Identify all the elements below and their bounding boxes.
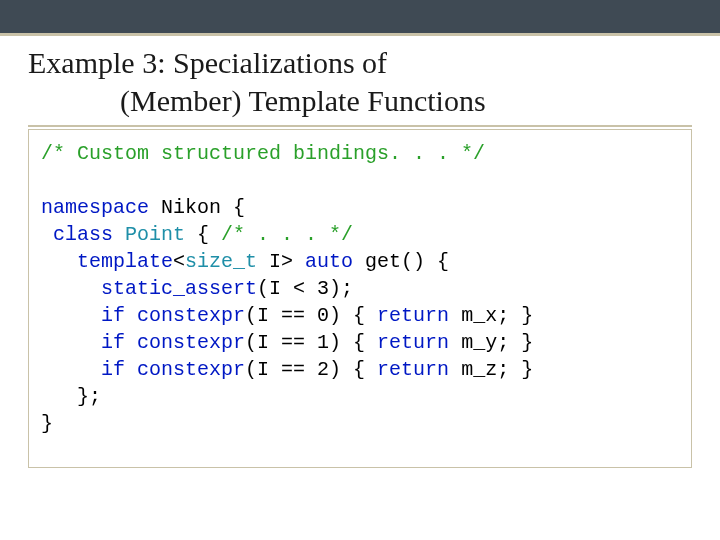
eq1: (I == 1) { <box>245 331 377 354</box>
kw-constexpr-0: constexpr <box>137 304 245 327</box>
slide-title: Example 3: Specializations of (Member) T… <box>28 44 692 119</box>
slide-body: Example 3: Specializations of (Member) T… <box>0 36 720 468</box>
kw-if-1: if <box>101 331 125 354</box>
tpl-rest: I> <box>257 250 305 273</box>
indent-if0 <box>41 304 101 327</box>
get-call: get() { <box>353 250 449 273</box>
kw-template: template <box>77 250 173 273</box>
mz: m_z; } <box>449 358 533 381</box>
title-line-2: (Member) Template Functions <box>28 84 486 117</box>
inner-comment: /* . . . */ <box>221 223 353 246</box>
kw-auto: auto <box>305 250 353 273</box>
kw-class: class <box>41 223 113 246</box>
mx: m_x; } <box>449 304 533 327</box>
my: m_y; } <box>449 331 533 354</box>
kw-namespace: namespace <box>41 196 149 219</box>
close-inner: }; <box>41 385 101 408</box>
title-underline <box>28 125 692 127</box>
kw-return-2: return <box>377 358 449 381</box>
kw-constexpr-2: constexpr <box>137 358 245 381</box>
type-size_t: size_t <box>185 250 257 273</box>
kw-if-0: if <box>101 304 125 327</box>
tpl-open: < <box>173 250 185 273</box>
indent-tpl <box>41 250 77 273</box>
kw-static-assert: static_assert <box>101 277 257 300</box>
ns-name: Nikon { <box>149 196 245 219</box>
close-ns: } <box>41 412 53 435</box>
indent-sa <box>41 277 101 300</box>
class-tail: { <box>185 223 221 246</box>
code-comment-top: /* Custom structured bindings. . . */ <box>41 142 485 165</box>
eq0: (I == 0) { <box>245 304 377 327</box>
code-block: /* Custom structured bindings. . . */ na… <box>28 129 692 468</box>
kw-return-0: return <box>377 304 449 327</box>
title-line-1: Example 3: Specializations of <box>28 46 387 79</box>
sa-tail: (I < 3); <box>257 277 353 300</box>
eq2: (I == 2) { <box>245 358 377 381</box>
kw-return-1: return <box>377 331 449 354</box>
indent-if2 <box>41 358 101 381</box>
slide-top-bar <box>0 0 720 36</box>
indent-if1 <box>41 331 101 354</box>
kw-if-2: if <box>101 358 125 381</box>
kw-constexpr-1: constexpr <box>137 331 245 354</box>
type-point: Point <box>113 223 185 246</box>
